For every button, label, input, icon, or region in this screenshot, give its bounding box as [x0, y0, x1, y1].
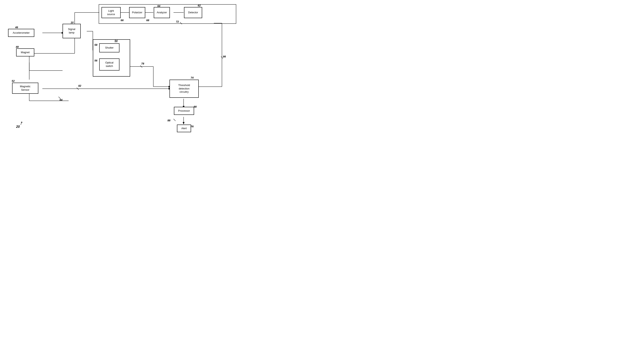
diagram: 64 Lightsource Polarizer Analyzer Detect… [0, 0, 242, 142]
svg-line-32 [221, 57, 223, 58]
label-74: 74 [191, 76, 193, 79]
label-58: 58 [94, 43, 97, 46]
svg-line-34 [180, 22, 182, 24]
magnetic-sensor-box: MagneticSensor [12, 83, 38, 94]
optical-switch-box: Opticalswitch [99, 58, 119, 71]
threshold-box: Thresholddetectioncircuitry [170, 80, 199, 98]
magnet-box: Magnet [16, 48, 34, 57]
label-48: 48 [16, 45, 18, 48]
detector-box: Detector [184, 7, 202, 18]
alert-box: Alert [177, 125, 191, 132]
label-76: 76 [191, 125, 193, 128]
wire-label-82: 82 [78, 84, 81, 87]
svg-line-30 [77, 88, 79, 90]
signal-lamp-box: Signallamp [62, 24, 81, 38]
wire-label-78: 78 [141, 62, 144, 65]
svg-line-33 [173, 119, 175, 121]
analyzer-box: Analyzer [154, 7, 170, 18]
label-52: 52 [12, 79, 15, 82]
svg-line-29 [140, 66, 142, 68]
figure-label-20: 20 [16, 125, 20, 129]
label-62: 62 [198, 4, 201, 7]
wire-label-88: 88 [168, 119, 170, 122]
label-68: 68 [146, 19, 149, 22]
label-98: 98 [194, 105, 197, 108]
label-66: 66 [121, 19, 124, 22]
label-10: 10 [71, 21, 73, 24]
processor-box: Processor [174, 107, 194, 115]
accelerometer-box: Accelerometer [8, 29, 34, 37]
wire-label-84: 84 [60, 98, 62, 101]
light-source-box: Lightsource [101, 7, 121, 18]
wire-label-72: 72 [176, 20, 179, 23]
svg-marker-28 [183, 122, 185, 124]
label-56: 56 [94, 59, 97, 62]
label-46: 46 [15, 26, 18, 29]
wire-label-86: 86 [223, 55, 226, 58]
polarizer-box: Polarizer [129, 7, 145, 18]
shutter-box: Shutter [99, 43, 119, 52]
label-54: 54 [115, 39, 117, 42]
